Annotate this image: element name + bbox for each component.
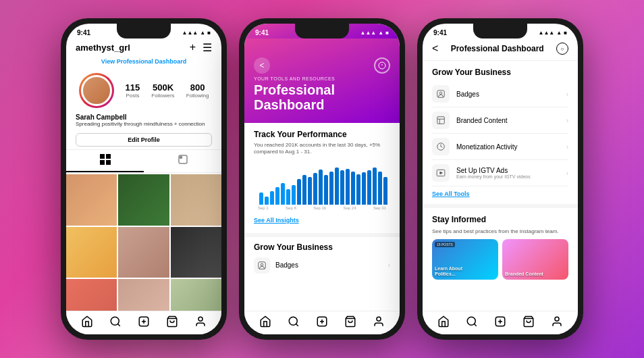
nav-profile-2[interactable]	[373, 315, 385, 330]
menu-igtv-ads[interactable]: Set Up IGTV Ads Earn money from your IGT…	[432, 160, 568, 186]
chart-bar	[340, 170, 344, 205]
svg-point-6	[111, 317, 119, 325]
badges-menu-label: Badges	[456, 91, 560, 98]
status-icons-1: ▲▲▲ ▲ ■	[182, 30, 211, 36]
chart-bar	[335, 168, 339, 205]
add-icon[interactable]: +	[190, 41, 196, 54]
dashboard-subtitle: YOUR TOOLS AND RESOURCES	[254, 76, 390, 81]
status-icons-3: ▲▲▲ ▲ ■	[538, 30, 567, 36]
branded-content-icon	[432, 111, 450, 129]
bottom-nav-2	[244, 311, 400, 334]
info-cards: 15 POSTS Learn AboutPolitics... Branded …	[432, 239, 568, 280]
branded-content-chevron: ›	[566, 117, 568, 124]
phone-2-notch	[295, 24, 349, 39]
phone-1: 9:41 ▲▲▲ ▲ ■ amethyst_grl + ☰ View Profe…	[61, 18, 227, 340]
nav-add-1[interactable]	[138, 315, 150, 330]
svg-point-5	[180, 157, 182, 159]
chart-bar	[367, 170, 371, 205]
wifi-icon-3: ▲	[556, 30, 562, 36]
grow-title-2: Grow Your Business	[254, 242, 390, 252]
chart-bar	[281, 183, 285, 205]
profile-username: amethyst_grl	[76, 43, 130, 53]
monetization-icon	[432, 138, 450, 155]
info-card-2-label: Branded Content	[505, 272, 543, 277]
menu-badges[interactable]: Badges ›	[432, 81, 568, 107]
nav-add-2[interactable]	[316, 315, 328, 330]
phone-2: 9:41 ▲▲▲ ▲ ■ < YOUR TOOLS AND RESOURCES …	[239, 18, 405, 340]
see-all-tools-link[interactable]: See All Tools	[432, 186, 568, 201]
status-time-1: 9:41	[77, 29, 90, 36]
nav-shop-1[interactable]	[166, 315, 178, 330]
svg-line-7	[117, 324, 119, 326]
see-all-insights-link[interactable]: See All Insights	[254, 214, 390, 226]
chart-bar	[302, 175, 306, 204]
performance-chart: Sep 1 Sep 8 Sep 16 Sep 24 Sep 31	[254, 160, 390, 214]
nav-shop-2[interactable]	[344, 315, 356, 330]
badges-icon	[254, 257, 270, 274]
status-time-3: 9:41	[433, 29, 447, 36]
signal-icon-2: ▲▲▲	[360, 30, 376, 36]
status-time-2: 9:41	[255, 29, 269, 36]
info-card-1[interactable]: 15 POSTS Learn AboutPolitics...	[432, 239, 498, 280]
pro-options-button[interactable]: ○	[556, 43, 568, 55]
chart-bar	[259, 193, 263, 204]
chart-bar	[351, 172, 355, 205]
phone-3: 9:41 ▲▲▲ ▲ ■ < Professional Dashboard ○ …	[417, 18, 583, 340]
menu-icon[interactable]: ☰	[203, 41, 212, 54]
nav-home-2[interactable]	[259, 315, 271, 330]
profile-header-icons: + ☰	[190, 41, 212, 54]
chart-bar	[265, 197, 269, 205]
pro-back-button[interactable]: <	[432, 43, 438, 55]
profile-stats: 115 Posts 500K Followers 800 Following	[66, 69, 221, 112]
photo-cell-4[interactable]	[66, 227, 117, 278]
photo-cell-3[interactable]	[171, 174, 221, 225]
photo-cell-5[interactable]	[118, 227, 169, 278]
nav-search-3[interactable]	[466, 315, 478, 330]
dash-top-bar: <	[254, 57, 390, 74]
nav-add-3[interactable]	[494, 315, 506, 330]
nav-profile-3[interactable]	[551, 315, 563, 330]
chart-bar	[270, 191, 274, 205]
following-count: 800	[186, 82, 209, 93]
nav-home-1[interactable]	[81, 315, 93, 330]
chart-x-labels: Sep 1 Sep 8 Sep 16 Sep 24 Sep 31	[258, 206, 386, 210]
branded-content-text: Branded Content	[456, 117, 560, 124]
chart-bar	[297, 179, 301, 205]
photo-cell-6[interactable]	[171, 227, 221, 278]
battery-icon-3: ■	[564, 30, 567, 36]
monetization-text: Monetization Activity	[456, 143, 560, 151]
badges-label[interactable]: Badges	[275, 261, 298, 269]
nav-home-3[interactable]	[437, 315, 450, 330]
menu-monetization[interactable]: Monetization Activity ›	[432, 134, 568, 160]
svg-line-32	[474, 324, 476, 326]
following-label: Following	[186, 93, 209, 99]
dash-circle-button[interactable]	[374, 57, 390, 74]
followers-label: Followers	[151, 93, 174, 99]
edit-profile-button[interactable]: Edit Profile	[76, 133, 212, 147]
nav-search-2[interactable]	[288, 315, 300, 330]
info-card-1-label: Learn AboutPolitics...	[435, 266, 462, 278]
chart-bars	[258, 164, 386, 205]
phone-2-screen: 9:41 ▲▲▲ ▲ ■ < YOUR TOOLS AND RESOURCES …	[244, 24, 400, 334]
info-card-2[interactable]: Branded Content	[502, 239, 568, 280]
phone-1-notch	[117, 24, 171, 39]
nav-shop-3[interactable]	[522, 315, 535, 330]
photo-cell-1[interactable]	[66, 174, 117, 225]
nav-search-1[interactable]	[109, 315, 122, 330]
menu-branded-content[interactable]: Branded Content ›	[432, 107, 568, 134]
dash-back-button[interactable]: <	[254, 57, 270, 74]
tab-tag[interactable]	[144, 150, 221, 172]
svg-rect-27	[437, 117, 445, 124]
svg-rect-2	[100, 160, 105, 165]
stat-followers: 500K Followers	[151, 82, 174, 99]
stay-informed-section: Stay Informed See tips and best practice…	[423, 204, 578, 282]
nav-profile-1[interactable]	[194, 315, 207, 330]
view-dashboard-link[interactable]: View Professional Dashboard	[66, 57, 221, 69]
signal-icon-1: ▲▲▲	[182, 30, 198, 36]
badges-row: Badges ›	[254, 255, 390, 276]
photo-grid	[66, 174, 221, 330]
track-title: Track Your Performance	[254, 130, 390, 139]
photo-cell-2[interactable]	[118, 174, 169, 225]
tab-grid[interactable]	[66, 150, 144, 172]
track-performance-section: Track Your Performance You reached 201K …	[244, 123, 400, 233]
